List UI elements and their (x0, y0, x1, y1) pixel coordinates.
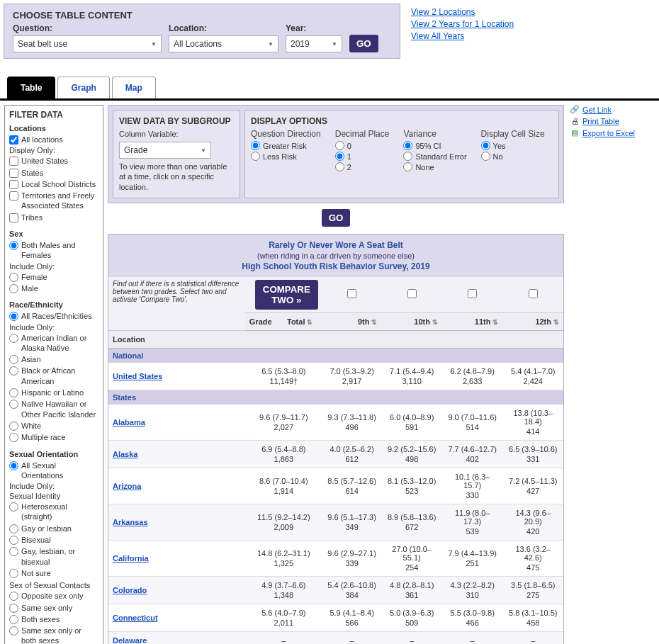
location-link[interactable]: Alaska (108, 440, 245, 468)
data-cell: 10.1 (6.3–15.7)330 (442, 468, 503, 504)
location-link[interactable]: Delaware (108, 631, 245, 644)
decimal-0-radio[interactable] (335, 141, 344, 150)
print-button[interactable]: 🖨Print Table (570, 117, 655, 125)
table-row: Delaware––––– (108, 631, 563, 644)
col-total[interactable]: Grade Total⇅ (245, 312, 322, 330)
variance-label: Variance (403, 129, 466, 139)
table-title-2: (when riding in a car driven by someone … (114, 252, 558, 260)
filter-item-input[interactable] (9, 547, 18, 556)
data-cell: 6.5 (3.9–10.6)331 (502, 440, 563, 468)
filter-item-input[interactable] (9, 422, 18, 431)
location-dropdown[interactable]: All Locations (169, 35, 278, 52)
question-dropdown[interactable]: Seat belt use (13, 35, 162, 52)
filter-item-label: Native Hawaiian or Other Pacific Islande… (21, 399, 98, 419)
view-2-locations-link[interactable]: View 2 Locations (411, 7, 514, 17)
filter-item-input[interactable] (9, 615, 18, 624)
filter-item-input[interactable] (9, 604, 18, 613)
print-icon: 🖨 (570, 117, 580, 125)
location-link[interactable]: Connecticut (108, 604, 245, 631)
compare-12th-checkbox[interactable] (529, 289, 538, 298)
view-all-years-link[interactable]: View All Years (411, 31, 514, 41)
tab-table[interactable]: Table (7, 77, 55, 98)
filter-item-label: Not sure (21, 568, 51, 578)
data-cell: 9.3 (7.3–11.8)496 (322, 405, 382, 441)
filter-item-input[interactable] (9, 169, 18, 178)
data-cell: 4.0 (2.5–6.2)612 (322, 440, 382, 468)
col-12th[interactable]: 12th⇅ (502, 312, 563, 330)
get-link-button[interactable]: 🔗Get Link (570, 105, 655, 114)
table-row: Connecticut5.6 (4.0–7.9)2,0115.9 (4.1–8.… (108, 604, 563, 631)
filter-item-input[interactable] (9, 536, 18, 545)
filter-item-input[interactable] (9, 388, 18, 397)
filter-item-input[interactable] (9, 191, 18, 200)
identity-label: Sexual Identity (9, 492, 98, 500)
all-orientations-radio[interactable] (9, 461, 18, 470)
orient-include-label: Include Only: (9, 482, 98, 490)
filter-item-input[interactable] (9, 569, 18, 578)
all-races-radio[interactable] (9, 312, 18, 321)
decimal-2-radio[interactable] (335, 162, 344, 171)
view-2-years-link[interactable]: View 2 Years for 1 Location (411, 19, 514, 29)
filter-item-input[interactable] (9, 213, 18, 222)
filter-item-input[interactable] (9, 366, 18, 375)
view-links: View 2 Locations View 2 Years for 1 Loca… (407, 4, 517, 59)
compare-11th-checkbox[interactable] (468, 289, 477, 298)
filter-item-input[interactable] (9, 433, 18, 442)
location-link[interactable]: Arkansas (108, 504, 245, 540)
variance-none-radio[interactable] (403, 162, 412, 171)
filter-item-input[interactable] (9, 334, 18, 343)
less-risk-radio[interactable] (251, 152, 260, 161)
data-cell: 4.8 (2.8–8.1)361 (381, 576, 442, 604)
choose-go-button[interactable]: GO (349, 35, 378, 52)
filter-item-input[interactable] (9, 626, 18, 635)
filter-item-input[interactable] (9, 273, 18, 282)
filter-item-input[interactable] (9, 180, 18, 189)
data-table: Find out if there is a statistical diffe… (108, 277, 563, 644)
column-variable-dropdown[interactable]: Grade (119, 142, 211, 159)
col-10th[interactable]: 10th⇅ (381, 312, 442, 330)
data-cell: – (502, 631, 563, 644)
col-var-label: Column Variable: (119, 130, 179, 138)
compare-10th-checkbox[interactable] (407, 289, 417, 298)
col-location[interactable]: Location (108, 330, 563, 348)
filter-item-input[interactable] (9, 284, 18, 293)
compare-9th-checkbox[interactable] (347, 289, 356, 298)
year-dropdown[interactable]: 2019 (286, 35, 342, 52)
variance-ci-radio[interactable] (403, 141, 412, 150)
subgroup-panel: VIEW DATA BY SUBGROUP Column Variable: G… (113, 110, 240, 198)
decimal-1-radio[interactable] (335, 152, 344, 161)
table-row: Alaska6.9 (5.4–8.8)1,8634.0 (2.5–6.2)612… (108, 440, 563, 468)
filter-item-input[interactable] (9, 524, 18, 533)
col-9th[interactable]: 9th⇅ (322, 312, 382, 330)
greater-risk-radio[interactable] (251, 141, 260, 150)
direction-label: Question Direction (251, 129, 321, 139)
choose-title: CHOOSE TABLE CONTENT (13, 10, 391, 21)
cell-yes-radio[interactable] (481, 141, 490, 150)
export-excel-button[interactable]: ▤Export to Excel (570, 128, 655, 137)
location-link[interactable]: California (108, 540, 245, 576)
location-link[interactable]: Alabama (108, 405, 245, 441)
filter-item-input[interactable] (9, 502, 18, 512)
cell-no-radio[interactable] (481, 152, 490, 161)
location-link[interactable]: Arizona (108, 468, 245, 504)
filter-sidebar: FILTER DATA Locations All locations Disp… (4, 105, 103, 644)
table-row: Alabama9.6 (7.9–11.7)2,0279.3 (7.3–11.8)… (108, 405, 563, 441)
display-go-button[interactable]: GO (322, 209, 351, 227)
col-11th[interactable]: 11th⇅ (442, 312, 503, 330)
all-locations-checkbox[interactable] (9, 135, 18, 145)
filter-item-input[interactable] (9, 355, 18, 364)
tab-graph[interactable]: Graph (57, 77, 109, 98)
data-cell: – (245, 631, 322, 644)
data-cell: 3.5 (1.8–6.5)275 (502, 576, 563, 604)
location-link[interactable]: Colorado (108, 576, 245, 604)
section-header: States (108, 390, 563, 405)
tab-map[interactable]: Map (112, 77, 156, 98)
both-sexes-radio[interactable] (9, 241, 18, 250)
location-link[interactable]: United States (108, 363, 245, 390)
variance-se-radio[interactable] (403, 152, 412, 161)
filter-item-input[interactable] (9, 157, 18, 166)
compare-two-button[interactable]: COMPARE TWO » (255, 280, 318, 310)
decimal-label: Decimal Place (335, 129, 390, 139)
filter-item-input[interactable] (9, 592, 18, 601)
filter-item-input[interactable] (9, 400, 18, 409)
